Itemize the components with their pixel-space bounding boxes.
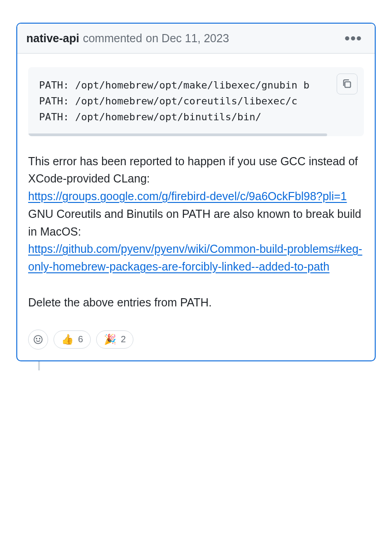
comment-card: native-api commented on Dec 11, 2023 •••…: [16, 23, 376, 361]
comment-text: This error has been reported to happen i…: [28, 155, 358, 185]
code-content: PATH: /opt/homebrew/opt/make/libexec/gnu…: [28, 67, 364, 133]
svg-point-3: [39, 338, 40, 339]
svg-point-2: [36, 338, 37, 339]
comment-action: commented: [83, 32, 142, 45]
tada-icon: 🎉: [104, 334, 116, 345]
external-link[interactable]: https://groups.google.com/g/firebird-dev…: [28, 190, 347, 202]
comment-header-meta: native-api commented on Dec 11, 2023: [26, 32, 229, 45]
code-line: PATH: /opt/homebrew/opt/make/libexec/gnu…: [39, 79, 309, 91]
reaction-tada[interactable]: 🎉 2: [96, 330, 133, 349]
code-block: PATH: /opt/homebrew/opt/make/libexec/gnu…: [28, 67, 364, 136]
comment-body: PATH: /opt/homebrew/opt/make/libexec/gnu…: [17, 54, 375, 360]
reaction-count: 6: [78, 334, 83, 345]
reaction-count: 2: [121, 334, 126, 345]
copy-button[interactable]: [337, 74, 358, 94]
horizontal-scrollbar[interactable]: [28, 133, 327, 136]
comment-header: native-api commented on Dec 11, 2023 •••: [17, 24, 375, 54]
comment-paragraph: This error has been reported to happen i…: [28, 153, 364, 276]
smiley-icon: [33, 335, 43, 345]
add-reaction-button[interactable]: [28, 330, 48, 350]
comment-timestamp[interactable]: on Dec 11, 2023: [146, 32, 229, 45]
reaction-thumbsup[interactable]: 👍 6: [54, 330, 91, 349]
thumbsup-icon: 👍: [61, 334, 74, 345]
code-line: PATH: /opt/homebrew/opt/coreutils/libexe…: [39, 95, 298, 107]
svg-rect-0: [345, 82, 350, 87]
comment-text: GNU Coreutils and Binutils on PATH are a…: [28, 207, 361, 238]
comment-paragraph: Delete the above entries from PATH.: [28, 294, 364, 311]
timeline-connector: [38, 361, 40, 370]
external-link[interactable]: https://github.com/pyenv/pyenv/wiki/Comm…: [28, 242, 362, 273]
reactions-bar: 👍 6 🎉 2: [28, 330, 364, 350]
kebab-menu-icon[interactable]: •••: [341, 33, 366, 44]
svg-point-1: [34, 335, 42, 344]
code-line: PATH: /opt/homebrew/opt/binutils/bin/: [39, 111, 261, 123]
copy-icon: [342, 79, 352, 89]
comment-author[interactable]: native-api: [26, 32, 79, 45]
